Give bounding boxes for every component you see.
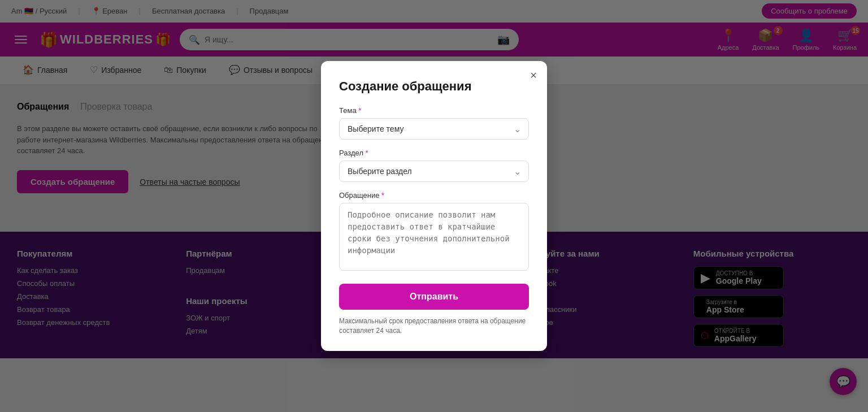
submit-button[interactable]: Отправить: [339, 284, 529, 310]
message-textarea[interactable]: [339, 203, 529, 271]
create-appeal-modal: × Создание обращения Тема * Выберите тем…: [321, 61, 547, 352]
message-label: Обращение *: [339, 191, 529, 200]
theme-label: Тема *: [339, 106, 529, 115]
section-select[interactable]: Выберите раздел: [339, 161, 529, 182]
modal-footer-note: Максимальный срок предоставления ответа …: [339, 316, 529, 336]
section-label: Раздел *: [339, 149, 529, 157]
theme-select[interactable]: Выберите тему: [339, 118, 529, 140]
modal-overlay: × Создание обращения Тема * Выберите тем…: [0, 0, 868, 358]
theme-select-wrapper: Выберите тему: [339, 118, 529, 140]
section-select-wrapper: Выберите раздел: [339, 161, 529, 182]
modal-title: Создание обращения: [339, 79, 529, 94]
modal-close-button[interactable]: ×: [530, 69, 537, 82]
